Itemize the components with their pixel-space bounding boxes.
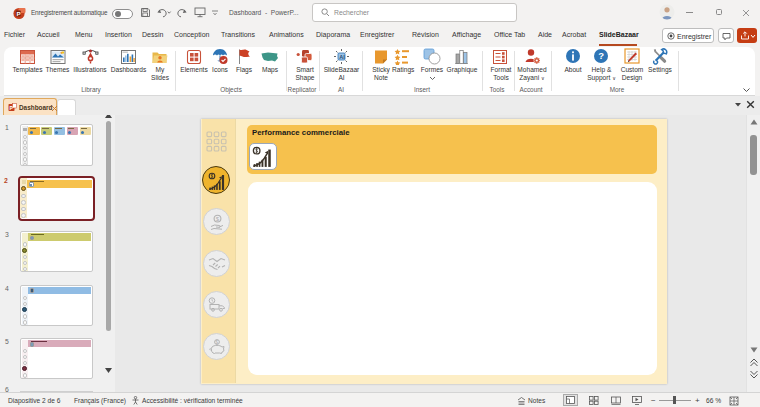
svg-text:AI: AI	[339, 54, 345, 60]
svg-text:?: ?	[598, 50, 604, 61]
